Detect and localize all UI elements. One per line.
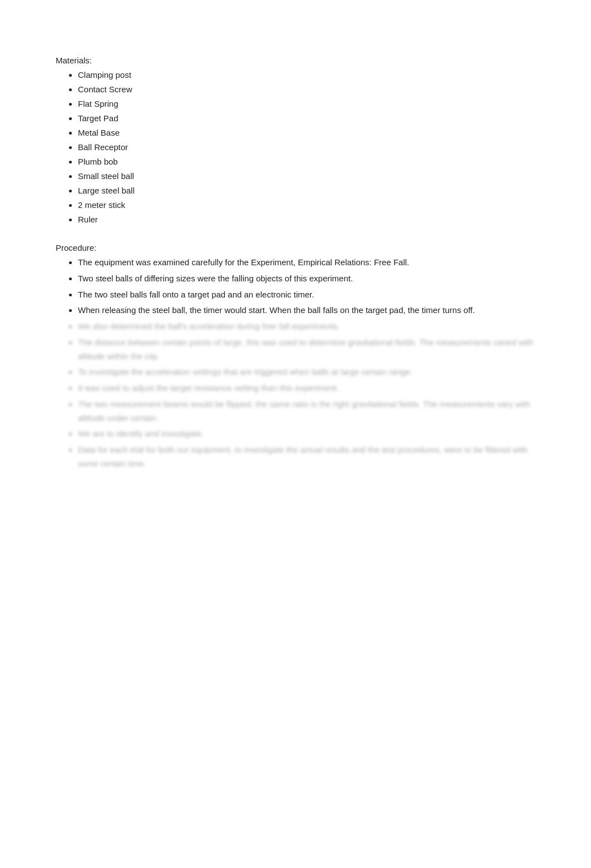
materials-list: Clamping postContact ScrewFlat SpringTar…: [56, 68, 535, 226]
list-item: The two measurement beams would be flipp…: [78, 398, 535, 425]
list-item: Data for each trial for both our equipme…: [78, 443, 535, 471]
list-item: When releasing the steel ball, the timer…: [78, 304, 535, 318]
materials-section: Materials: Clamping postContact ScrewFla…: [56, 56, 535, 226]
list-item: It was used to adjust the target resista…: [78, 381, 535, 395]
list-item: Ball Receptor: [78, 141, 535, 154]
list-item: Ruler: [78, 213, 535, 226]
list-item: Two steel balls of differing sizes were …: [78, 272, 535, 286]
list-item: Contact Screw: [78, 83, 535, 96]
list-item: Metal Base: [78, 126, 535, 140]
list-item: The two steel balls fall onto a target p…: [78, 288, 535, 302]
list-item: To investigate the acceleration settings…: [78, 365, 535, 379]
list-item: Clamping post: [78, 68, 535, 82]
list-item: Flat Spring: [78, 97, 535, 111]
list-item: 2 meter stick: [78, 199, 535, 212]
list-item: The distance between certain points of l…: [78, 336, 535, 364]
procedure-section: Procedure: The equipment was examined ca…: [56, 243, 535, 471]
materials-label: Materials:: [56, 56, 535, 65]
procedure-list: The equipment was examined carefully for…: [56, 256, 535, 471]
list-item: We also determined the ball's accelerati…: [78, 320, 535, 334]
list-item: Large steel ball: [78, 184, 535, 197]
list-item: Plumb bob: [78, 155, 535, 168]
list-item: Small steel ball: [78, 170, 535, 183]
list-item: We are to identify and investigate.: [78, 427, 535, 441]
procedure-label: Procedure:: [56, 243, 535, 252]
list-item: Target Pad: [78, 112, 535, 125]
list-item: The equipment was examined carefully for…: [78, 256, 535, 270]
